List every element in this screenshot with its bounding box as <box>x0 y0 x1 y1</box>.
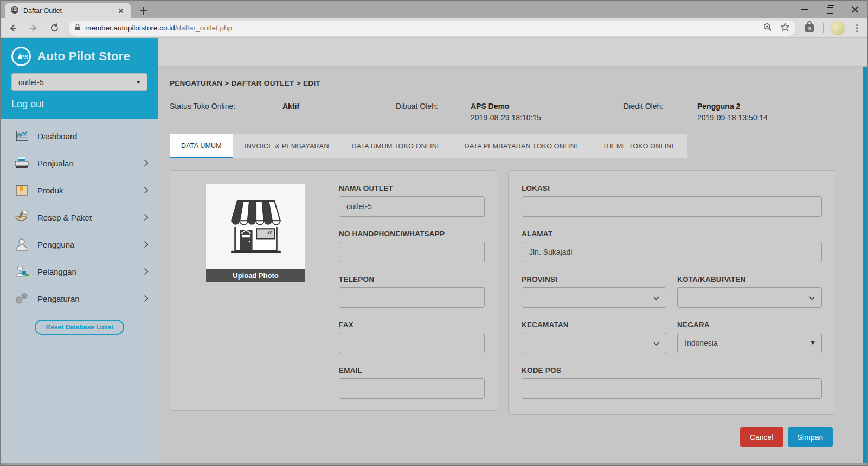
url-path: /daftar_outlet.php <box>175 24 232 32</box>
lokasi-input[interactable] <box>522 196 822 217</box>
tab-data-pembayaran-toko-online[interactable]: DATA PEMBAYARAN TOKO ONLINE <box>453 134 591 158</box>
sidebar-item-label: Pelanggan <box>37 267 144 276</box>
aps-logo-icon: PS <box>11 47 31 66</box>
back-button[interactable] <box>5 20 21 36</box>
url-bar[interactable]: member.autopilotstore.co.id/daftar_outle… <box>69 21 795 36</box>
provinsi-select[interactable] <box>522 287 666 308</box>
outlet-select-value: outlet-5 <box>18 78 44 87</box>
field-label-kode-pos: KODE POS <box>522 366 822 374</box>
status-value: Aktif <box>282 102 299 111</box>
window-restore-button[interactable] <box>818 1 843 18</box>
created-at: 2019-08-29 18:10:15 <box>471 113 541 122</box>
upload-photo-button[interactable]: Upload Photo <box>206 269 305 282</box>
sidebar-item-label: Pengaturan <box>37 294 144 303</box>
alamat-input[interactable] <box>522 242 822 262</box>
field-label-telepon: TELEPON <box>339 275 485 283</box>
reset-database-button[interactable]: Reset Database Lokal <box>35 320 124 335</box>
chevron-down-icon <box>653 339 659 347</box>
sidebar-item-produk[interactable]: Produk <box>1 177 158 204</box>
sidebar-item-resep-paket[interactable]: Resep & Paket <box>1 204 158 231</box>
bookmark-star-icon[interactable] <box>780 22 790 34</box>
chevron-right-icon <box>144 241 149 248</box>
sidebar: PS Auto Pilot Store outlet-5 Log out Das… <box>1 38 158 465</box>
panel-location-data: LOKASI ALAMAT PROVINSI <box>508 170 835 415</box>
url-domain: member.autopilotstore.co.id <box>85 24 175 32</box>
handphone-input[interactable] <box>339 242 485 262</box>
nama-outlet-input[interactable] <box>339 196 485 217</box>
chevron-right-icon <box>144 159 149 167</box>
logout-link[interactable]: Log out <box>11 99 147 110</box>
store-icon <box>221 192 291 261</box>
tab-data-umum[interactable]: DATA UMUM <box>170 134 233 158</box>
sidebar-item-label: Produk <box>37 186 144 195</box>
created-by-label: Dibuat Oleh: <box>396 102 438 111</box>
brand-name: Auto Pilot Store <box>37 49 130 63</box>
sidebar-item-pengaturan[interactable]: Pengaturan <box>1 285 158 312</box>
browser-tab[interactable]: Daftar Outlet <box>5 3 131 18</box>
sidebar-item-label: Penjualan <box>37 159 144 168</box>
email-input[interactable] <box>339 378 485 399</box>
field-label-email: EMAIL <box>339 366 485 374</box>
sidebar-item-label: Resep & Paket <box>37 213 144 222</box>
negara-select[interactable]: Indonesia <box>677 333 822 353</box>
new-tab-button[interactable] <box>137 5 150 17</box>
negara-select-value: Indonesia <box>685 339 718 347</box>
product-icon <box>14 182 30 198</box>
tab-close-icon[interactable] <box>117 7 125 15</box>
lock-icon <box>74 23 81 33</box>
outlet-select[interactable]: outlet-5 <box>11 73 147 91</box>
dashboard-icon <box>14 128 30 144</box>
field-label-provinsi: PROVINSI <box>522 275 666 283</box>
globe-icon <box>10 5 19 16</box>
kota-select[interactable] <box>677 287 822 308</box>
kecamatan-select[interactable] <box>522 333 666 353</box>
telepon-input[interactable] <box>339 287 485 308</box>
sales-icon <box>14 155 30 171</box>
vertical-scrollbar[interactable] <box>863 67 867 464</box>
panel-general-data: Upload Photo NAMA OUTLET NO HANDPHONE/WH… <box>170 170 497 411</box>
user-icon <box>14 236 30 253</box>
customer-icon <box>14 263 30 280</box>
window-close-button[interactable] <box>843 1 867 18</box>
sidebar-item-pelanggan[interactable]: Pelanggan <box>1 258 158 285</box>
tab-invoice-pembayaran[interactable]: INVOICE & PEMBAYARAN <box>233 134 340 158</box>
sidebar-menu: Dashboard Penjualan Produk Re <box>1 119 158 312</box>
field-label-handphone: NO HANDPHONE/WHATSAPP <box>339 230 485 238</box>
zoom-icon[interactable] <box>763 22 773 34</box>
refresh-button[interactable] <box>46 20 62 36</box>
tab-title: Daftar Outlet <box>23 7 117 15</box>
tab-data-umum-toko-online[interactable]: DATA UMUM TOKO ONLINE <box>340 134 453 158</box>
cancel-button[interactable]: Cancel <box>740 427 783 447</box>
edited-by-value: Pengguna 2 <box>697 102 740 111</box>
field-label-fax: FAX <box>339 321 485 329</box>
sidebar-item-pengguna[interactable]: Pengguna <box>1 231 158 258</box>
status-row: Status Toko Online: Aktif Dibuat Oleh: A… <box>158 102 867 134</box>
form-actions: Cancel Simpan <box>740 427 833 447</box>
kode-pos-input[interactable] <box>522 378 822 399</box>
window-minimize-button[interactable] <box>793 1 818 18</box>
browser-window: Daftar Outlet member.autopilotstore.co.i… <box>0 0 868 466</box>
svg-text:PS: PS <box>21 54 28 60</box>
select-arrow-icon <box>811 341 815 345</box>
sidebar-item-dashboard[interactable]: Dashboard <box>1 122 158 150</box>
url-text: member.autopilotstore.co.id/daftar_outle… <box>85 24 232 32</box>
field-label-lokasi: LOKASI <box>522 184 822 192</box>
sidebar-header: PS Auto Pilot Store outlet-5 Log out <box>1 38 158 119</box>
window-bottom-edge <box>1 463 867 465</box>
chevron-right-icon <box>144 186 149 194</box>
recipe-icon <box>14 209 30 225</box>
extension-bag-icon[interactable]: a <box>803 21 816 36</box>
profile-avatar[interactable] <box>831 21 845 35</box>
forward-button[interactable] <box>25 20 42 36</box>
tab-bar: DATA UMUM INVOICE & PEMBAYARAN DATA UMUM… <box>170 134 687 158</box>
save-button[interactable]: Simpan <box>788 427 833 447</box>
page-top-band <box>158 38 867 67</box>
svg-text:a: a <box>808 25 811 31</box>
tab-theme-toko-online[interactable]: THEME TOKO ONLINE <box>591 134 688 158</box>
browser-menu-icon[interactable] <box>852 23 861 33</box>
sidebar-item-penjualan[interactable]: Penjualan <box>1 150 158 177</box>
chevron-right-icon <box>144 213 149 221</box>
field-label-negara: NEGARA <box>677 321 822 329</box>
fax-input[interactable] <box>339 333 485 353</box>
edited-by-label: Diedit Oleh: <box>623 102 663 111</box>
